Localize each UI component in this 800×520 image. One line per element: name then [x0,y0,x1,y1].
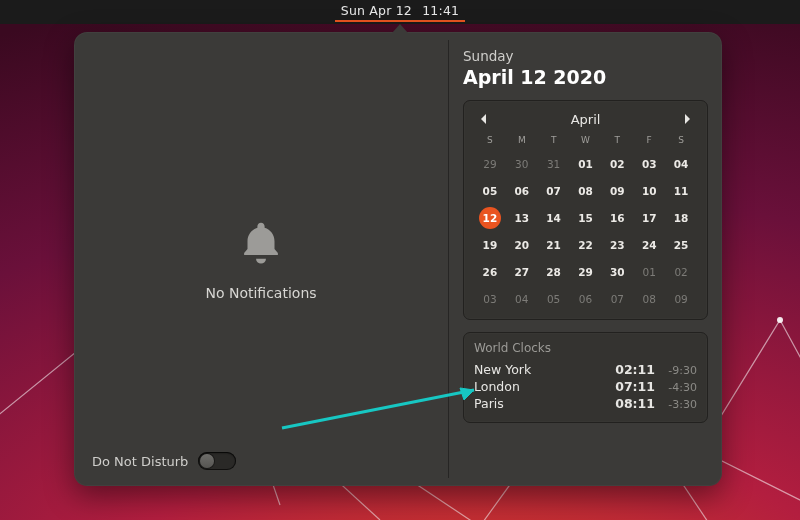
calendar-day[interactable]: 27 [506,262,538,282]
calendar-card: April SMTWTFS293031010203040506070809101… [463,100,708,320]
calendar-day[interactable]: 22 [570,235,602,255]
calendar-day[interactable]: 16 [601,208,633,228]
topbar-date: Sun Apr 12 [341,3,412,18]
datetime-popover: No Notifications Do Not Disturb Sunday A… [74,32,722,486]
calendar-day[interactable]: 30 [506,154,538,174]
calendar-dow: F [633,135,665,147]
world-clock-city: Paris [474,396,607,411]
bell-icon [234,217,288,271]
world-clock-time: 08:11 [607,396,655,411]
world-clock-offset: -3:30 [655,398,697,411]
world-clock-time: 02:11 [607,362,655,377]
calendar-month-label: April [571,112,601,127]
world-clock-row: London07:11-4:30 [474,378,697,395]
date-full: April 12 2020 [463,66,708,88]
do-not-disturb-label: Do Not Disturb [92,454,188,469]
world-clock-city: London [474,379,607,394]
calendar-next-button[interactable] [679,111,695,127]
calendar-day[interactable]: 18 [665,208,697,228]
date-header: Sunday April 12 2020 [463,48,708,88]
svg-point-4 [777,317,783,323]
calendar-day[interactable]: 23 [601,235,633,255]
calendar-day[interactable]: 08 [570,181,602,201]
calendar-day[interactable]: 03 [633,154,665,174]
notifications-empty-text: No Notifications [205,285,316,301]
calendar-dow: S [474,135,506,147]
calendar-pane: Sunday April 12 2020 April SMTWTFS293031… [449,32,722,486]
calendar-day[interactable]: 04 [506,289,538,309]
calendar-day[interactable]: 05 [474,181,506,201]
calendar-day[interactable]: 28 [538,262,570,282]
calendar-day[interactable]: 14 [538,208,570,228]
calendar-day[interactable]: 20 [506,235,538,255]
chevron-left-icon [480,114,488,124]
calendar-grid: SMTWTFS293031010203040506070809101112131… [474,135,697,309]
calendar-day[interactable]: 07 [538,181,570,201]
popover-pointer [392,24,408,33]
calendar-day-selected[interactable]: 12 [479,207,501,229]
calendar-day[interactable]: 05 [538,289,570,309]
calendar-day[interactable]: 17 [633,208,665,228]
calendar-day[interactable]: 09 [665,289,697,309]
calendar-day[interactable]: 11 [665,181,697,201]
calendar-dow: W [570,135,602,147]
world-clock-row: Paris08:11-3:30 [474,395,697,412]
date-weekday: Sunday [463,48,708,64]
calendar-day[interactable]: 01 [570,154,602,174]
world-clocks-card[interactable]: World Clocks New York02:11-9:30London07:… [463,332,708,423]
calendar-day[interactable]: 15 [570,208,602,228]
calendar-dow: M [506,135,538,147]
do-not-disturb-row: Do Not Disturb [92,452,236,470]
clock-button[interactable]: Sun Apr 12 11:41 [335,3,465,22]
calendar-day[interactable]: 10 [633,181,665,201]
calendar-day[interactable]: 02 [601,154,633,174]
calendar-day[interactable]: 09 [601,181,633,201]
calendar-day[interactable]: 25 [665,235,697,255]
calendar-day[interactable]: 03 [474,289,506,309]
calendar-day[interactable]: 31 [538,154,570,174]
world-clock-row: New York02:11-9:30 [474,361,697,378]
calendar-dow: T [538,135,570,147]
calendar-day[interactable]: 01 [633,262,665,282]
notifications-pane: No Notifications Do Not Disturb [74,32,448,486]
do-not-disturb-toggle[interactable] [198,452,236,470]
calendar-dow: S [665,135,697,147]
calendar-day[interactable]: 02 [665,262,697,282]
calendar-nav: April [474,109,697,135]
calendar-day[interactable]: 07 [601,289,633,309]
calendar-day[interactable]: 08 [633,289,665,309]
calendar-day[interactable]: 13 [506,208,538,228]
chevron-right-icon [683,114,691,124]
calendar-day[interactable]: 04 [665,154,697,174]
calendar-day[interactable]: 21 [538,235,570,255]
calendar-day[interactable]: 29 [474,154,506,174]
top-bar: Sun Apr 12 11:41 [0,0,800,24]
world-clocks-title: World Clocks [474,341,697,355]
calendar-dow: T [601,135,633,147]
calendar-day[interactable]: 06 [570,289,602,309]
topbar-time: 11:41 [422,3,459,18]
toggle-knob [200,454,214,468]
world-clocks-list: New York02:11-9:30London07:11-4:30Paris0… [474,361,697,412]
calendar-day[interactable]: 26 [474,262,506,282]
calendar-day[interactable]: 30 [601,262,633,282]
calendar-prev-button[interactable] [476,111,492,127]
calendar-day[interactable]: 29 [570,262,602,282]
world-clock-city: New York [474,362,607,377]
calendar-day[interactable]: 24 [633,235,665,255]
calendar-day[interactable]: 06 [506,181,538,201]
world-clock-offset: -4:30 [655,381,697,394]
notifications-empty-state: No Notifications [74,32,448,486]
world-clock-offset: -9:30 [655,364,697,377]
world-clock-time: 07:11 [607,379,655,394]
calendar-day[interactable]: 19 [474,235,506,255]
